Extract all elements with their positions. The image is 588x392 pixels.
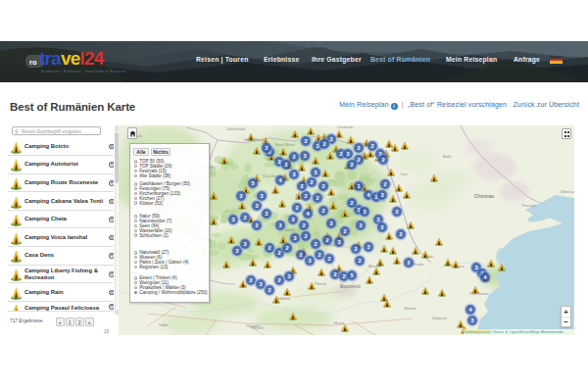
svg-text:Odessa: Odessa	[560, 189, 574, 194]
svg-text:Vidin: Vidin	[159, 322, 169, 327]
svg-text:Chisinau: Chisinau	[474, 194, 494, 199]
svg-text:Uzhhorod: Uzhhorod	[226, 126, 245, 131]
svg-text:Balti: Balti	[443, 154, 451, 159]
svg-text:Bucuresti: Bucuresti	[340, 284, 361, 289]
svg-text:Tiraspol: Tiraspol	[521, 203, 536, 208]
svg-text:Braila: Braila	[413, 262, 424, 267]
svg-text:Silistra: Silistra	[404, 306, 417, 311]
svg-text:Calafat: Calafat	[247, 323, 261, 328]
svg-text:Iasi: Iasi	[401, 172, 408, 176]
svg-text:Dobrich: Dobrich	[432, 316, 447, 320]
svg-text:Pitesti: Pitesti	[315, 281, 326, 286]
